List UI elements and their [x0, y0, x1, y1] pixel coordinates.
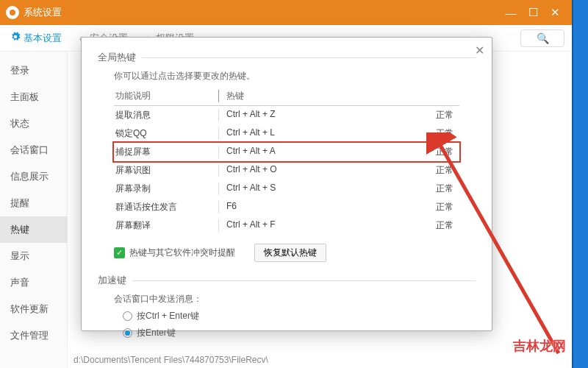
conflict-checkbox[interactable]: ✓热键与其它软件冲突时提醒	[114, 247, 235, 259]
radio-icon	[123, 328, 132, 338]
check-icon: ✓	[114, 247, 125, 258]
hotkey-row[interactable]: 提取消息Ctrl + Alt + Z正常	[114, 106, 459, 124]
sidebar: 登录 主面板 状态 会话窗口 信息展示 提醒 热键 显示 声音 软件更新 文件管…	[0, 52, 68, 368]
svg-point-0	[10, 10, 15, 15]
radio-enter[interactable]: 按Enter键	[123, 327, 476, 339]
footer-path: d:\Documents\Tencent Files\744870753\Fil…	[74, 355, 268, 365]
maximize-button[interactable]: ☐	[522, 6, 544, 19]
restore-defaults-button[interactable]: 恢复默认热键	[254, 244, 326, 262]
sidebar-item-mainpanel[interactable]: 主面板	[0, 84, 67, 110]
sidebar-item-display[interactable]: 显示	[0, 243, 67, 269]
accel-section: 加速键	[98, 274, 476, 287]
radio-icon	[123, 311, 132, 321]
hotkey-hint: 你可以通过点击选择要更改的热键。	[114, 70, 476, 82]
dialog-close-button[interactable]: ✕	[475, 43, 484, 57]
header-function: 功能说明	[115, 90, 218, 102]
minimize-button[interactable]: —	[500, 7, 522, 19]
sidebar-item-chat[interactable]: 会话窗口	[0, 137, 67, 163]
hotkey-row[interactable]: 屏幕翻译Ctrl + Alt + F正常	[114, 216, 459, 235]
app-icon	[6, 6, 19, 19]
window-title: 系统设置	[24, 6, 62, 19]
radio-ctrl-enter[interactable]: 按Ctrl + Enter键	[123, 310, 476, 322]
sidebar-item-notify[interactable]: 提醒	[0, 190, 67, 216]
sidebar-item-info[interactable]: 信息展示	[0, 163, 67, 190]
watermark: 吉林龙网	[513, 337, 566, 355]
hotkey-row[interactable]: 锁定QQCtrl + Alt + L正常	[114, 124, 459, 143]
hotkey-row[interactable]: 屏幕识图Ctrl + Alt + O正常	[114, 161, 459, 180]
table-header: 功能说明 热键	[114, 87, 459, 106]
titlebar: 系统设置 — ☐ ✕	[0, 0, 572, 25]
gear-icon	[10, 32, 21, 44]
sidebar-item-hotkey[interactable]: 热键	[0, 216, 67, 243]
hotkey-table: 功能说明 热键 提取消息Ctrl + Alt + Z正常 锁定QQCtrl + …	[114, 87, 459, 235]
search-icon: 🔍	[537, 32, 549, 44]
hotkey-dialog: ✕ 全局热键 你可以通过点击选择要更改的热键。 功能说明 热键 提取消息Ctrl…	[81, 37, 492, 331]
send-label: 会话窗口中发送消息：	[114, 293, 476, 305]
tab-basic[interactable]: 基本设置	[10, 32, 62, 45]
sidebar-item-files[interactable]: 文件管理	[0, 322, 67, 349]
search-input[interactable]: 🔍	[520, 29, 564, 47]
hotkey-row[interactable]: 群通话按住发言F6正常	[114, 198, 459, 216]
sidebar-item-login[interactable]: 登录	[0, 57, 67, 84]
sidebar-item-status[interactable]: 状态	[0, 110, 67, 137]
hotkey-row[interactable]: 屏幕录制Ctrl + Alt + S正常	[114, 180, 459, 198]
sidebar-item-update[interactable]: 软件更新	[0, 296, 67, 322]
sidebar-item-sound[interactable]: 声音	[0, 269, 67, 296]
global-hotkey-section: 全局热键	[98, 51, 476, 64]
header-key: 热键	[218, 90, 373, 102]
hotkey-row-screenshot[interactable]: 捕捉屏幕Ctrl + Alt + A正常	[112, 141, 461, 163]
close-button[interactable]: ✕	[544, 6, 566, 19]
